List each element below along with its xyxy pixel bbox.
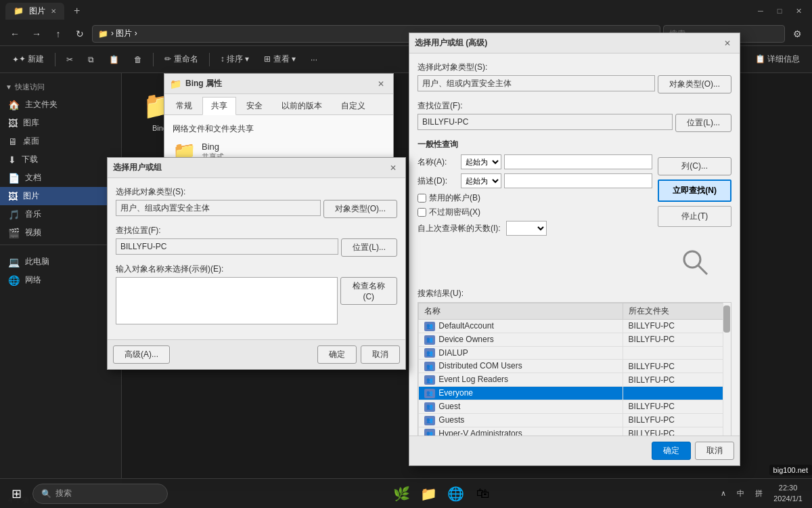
sidebar-item-documents[interactable]: 📄 文档 xyxy=(0,169,121,187)
thispc-icon: 💻 xyxy=(8,257,20,268)
cut-btn[interactable]: ✂ xyxy=(60,52,80,67)
general-query-title: 一般性查询 xyxy=(418,139,731,150)
adv-object-type-btn[interactable]: 对象类型(O)... xyxy=(658,75,731,93)
taskbar-app-folder[interactable]: 📁 xyxy=(417,482,441,506)
sidebar-item-home[interactable]: 🏠 主文件夹 xyxy=(0,96,121,114)
object-name-input[interactable] xyxy=(116,277,338,324)
group-icon: 👥 xyxy=(424,348,435,358)
sidebar-item-desktop[interactable]: 🖥 桌面 xyxy=(0,132,121,150)
tab-customize[interactable]: 自定义 xyxy=(332,97,374,114)
explorer-tab[interactable]: 📁 图片 ✕ xyxy=(5,3,64,20)
tab-share[interactable]: 共享 xyxy=(202,97,236,115)
tray-expand[interactable]: ∧ xyxy=(717,486,730,501)
adv-location-row: 查找位置(F): BILLYFU-PC 位置(L)... xyxy=(418,100,731,132)
new-btn[interactable]: ✦ ✦ 新建 xyxy=(5,51,51,68)
sidebar-item-music[interactable]: 🎵 音乐 xyxy=(0,205,121,224)
tab-security[interactable]: 安全 xyxy=(238,97,271,114)
tray-clock[interactable]: 22:30 2024/1/1 xyxy=(769,480,807,507)
taskbar-app-explorer[interactable]: 🌿 xyxy=(390,482,414,506)
advanced-dialog-close[interactable]: ✕ xyxy=(721,37,734,50)
select-user-close[interactable]: ✕ xyxy=(386,161,400,175)
adv-location-btn[interactable]: 位置(L)... xyxy=(675,114,731,132)
results-scrollbar[interactable] xyxy=(723,303,731,436)
more-btn[interactable]: ··· xyxy=(304,52,324,67)
videos-icon: 🎬 xyxy=(8,228,20,238)
table-row[interactable]: 👥 Everyone xyxy=(419,387,731,400)
back-btn[interactable]: ← xyxy=(5,24,24,43)
disabled-checkbox[interactable] xyxy=(418,194,426,203)
advanced-btn[interactable]: 高级(A)... xyxy=(113,345,170,364)
sidebar-item-network[interactable]: 🌐 网络 xyxy=(0,271,121,289)
desc-query-select[interactable]: 起始为 包含 xyxy=(461,173,501,188)
paste-btn[interactable]: 📋 xyxy=(102,52,126,67)
home-icon: 🏠 xyxy=(8,100,20,110)
tab-general[interactable]: 常规 xyxy=(167,97,201,114)
select-user-buttons: 高级(A)... 确定 取消 xyxy=(108,339,405,369)
su-cancel-btn[interactable]: 取消 xyxy=(361,345,400,364)
title-bar: 📁 图片 ✕ + ─ □ ✕ xyxy=(0,0,812,22)
advanced-dialog-content: 选择此对象类型(S): 用户、组或内置安全主体 对象类型(O)... 查找位置(… xyxy=(409,54,740,436)
sidebar-item-gallery[interactable]: 🖼 图库 xyxy=(0,114,121,132)
table-row[interactable]: 👥 Device Owners BILLYFU-PC xyxy=(419,333,731,346)
sidebar-item-downloads[interactable]: ⬇ 下载 xyxy=(0,150,121,169)
adv-ok-btn[interactable]: 确定 xyxy=(652,442,691,460)
sidebar-item-videos[interactable]: 🎬 视频 xyxy=(0,224,121,242)
location-btn[interactable]: 位置(L)... xyxy=(341,238,397,257)
days-select[interactable] xyxy=(506,221,547,236)
taskbar-search[interactable]: 🔍 搜索 xyxy=(32,484,168,504)
details-btn[interactable]: 📋 详细信息 xyxy=(748,51,807,68)
table-row[interactable]: 👥 DIALUP xyxy=(419,346,731,360)
taskbar-app-store[interactable]: 🛍 xyxy=(471,482,495,506)
view-btn[interactable]: ⊞ 查看 ▾ xyxy=(257,51,302,68)
toolbar-sep-2 xyxy=(153,53,154,66)
table-row[interactable]: 👥 Guests BILLYFU-PC xyxy=(419,413,731,427)
su-ok-btn[interactable]: 确定 xyxy=(317,345,357,364)
results-section: 搜索结果(U): 名称 所在文件夹 👥 DefaultAccount BILLY… xyxy=(418,288,731,436)
sidebar-label-documents: 文档 xyxy=(25,172,41,184)
name-query-input[interactable] xyxy=(504,154,652,169)
sidebar-item-pictures[interactable]: 🖼 图片 xyxy=(0,187,121,205)
up-btn[interactable]: ↑ xyxy=(49,24,68,43)
stop-btn[interactable]: 停止(T) xyxy=(658,206,731,227)
delete-btn[interactable]: 🗑 xyxy=(127,52,149,67)
rename-btn[interactable]: ✏ 重命名 xyxy=(158,51,204,68)
minimize-btn[interactable]: ─ xyxy=(752,4,769,18)
group-icon: 👥 xyxy=(424,375,435,385)
sidebar-section-quick[interactable]: ▼ 快速访问 xyxy=(0,79,121,96)
copy-btn[interactable]: ⧉ xyxy=(81,52,101,67)
select-user-content: 选择此对象类型(S): 用户、组或内置安全主体 对象类型(O)... 查找位置(… xyxy=(108,178,405,339)
start-button[interactable]: ⊞ xyxy=(5,483,27,505)
advanced-select-dialog: 选择用户或组 (高级) ✕ 选择此对象类型(S): 用户、组或内置安全主体 对象… xyxy=(409,33,740,466)
col-location: 所在文件夹 xyxy=(623,303,730,320)
table-row[interactable]: 👥 Event Log Readers BILLYFU-PC xyxy=(419,373,731,387)
new-tab-btn[interactable]: + xyxy=(67,2,87,20)
desc-query-input[interactable] xyxy=(504,173,652,188)
table-row[interactable]: 👥 Hyper-V Administrators BILLYFU-PC xyxy=(419,427,731,436)
bing-dialog-close[interactable]: ✕ xyxy=(374,77,388,91)
tray-lang2[interactable]: 拼 xyxy=(751,486,767,501)
table-row[interactable]: 👥 Distributed COM Users BILLYFU-PC xyxy=(419,360,731,373)
table-row[interactable]: 👥 DefaultAccount BILLYFU-PC xyxy=(419,320,731,333)
settings-btn[interactable]: ⚙ xyxy=(788,24,807,43)
new-icon: ✦ xyxy=(12,55,19,64)
table-row[interactable]: 👥 Guest BILLYFU-PC xyxy=(419,400,731,413)
forward-btn[interactable]: → xyxy=(27,24,46,43)
check-names-btn[interactable]: 检查名称(C) xyxy=(340,277,397,305)
noexpire-checkbox[interactable] xyxy=(418,208,426,217)
sort-btn[interactable]: ↕ 排序 ▾ xyxy=(214,51,256,68)
refresh-btn[interactable]: ↻ xyxy=(70,24,89,43)
col-btn[interactable]: 列(C)... xyxy=(658,157,731,175)
taskbar-apps: 🌿 📁 🌐 🛍 xyxy=(168,482,717,506)
maximize-btn[interactable]: □ xyxy=(771,4,788,18)
name-query-select[interactable]: 起始为 包含 xyxy=(461,154,501,169)
tray-lang1[interactable]: 中 xyxy=(733,486,748,501)
tab-close-btn[interactable]: ✕ xyxy=(51,7,56,15)
sidebar-item-thispc[interactable]: 💻 此电脑 xyxy=(0,253,121,271)
adv-location-value: BILLYFU-PC xyxy=(418,114,673,130)
close-btn[interactable]: ✕ xyxy=(790,4,807,18)
object-type-btn[interactable]: 对象类型(O)... xyxy=(323,200,397,218)
adv-cancel-btn[interactable]: 取消 xyxy=(695,442,734,460)
tab-previous[interactable]: 以前的版本 xyxy=(273,97,331,114)
taskbar-app-edge[interactable]: 🌐 xyxy=(444,482,468,506)
find-now-btn[interactable]: 立即查找(N) xyxy=(658,179,731,202)
